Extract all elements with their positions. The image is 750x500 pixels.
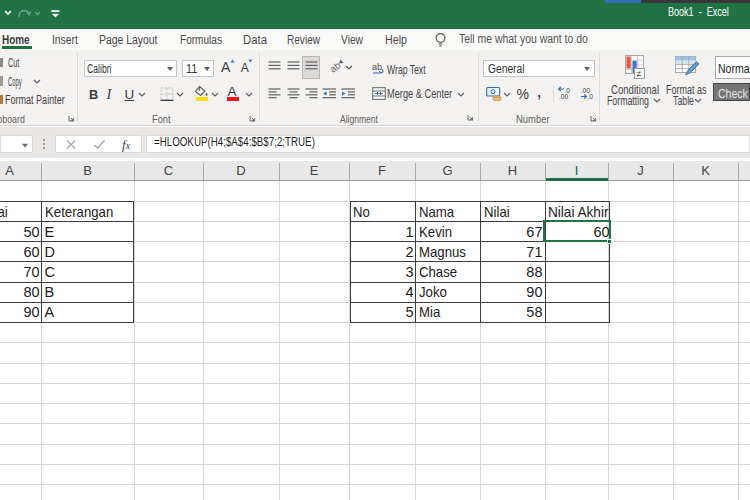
svg-text:ab: ab <box>372 62 382 72</box>
svg-text:.0: .0 <box>588 93 594 100</box>
svg-text:≠: ≠ <box>636 69 641 79</box>
svg-text:.00: .00 <box>559 93 568 100</box>
